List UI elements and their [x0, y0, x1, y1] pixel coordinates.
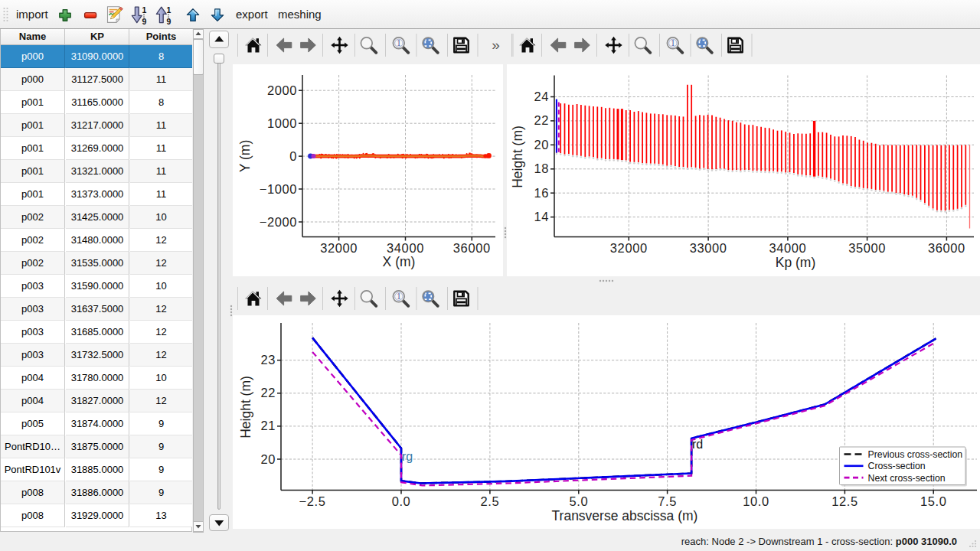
svg-text:rg: rg [402, 450, 413, 463]
svg-text:−1000: −1000 [260, 182, 297, 196]
svg-text:24: 24 [534, 90, 549, 103]
svg-text:18: 18 [534, 161, 549, 175]
svg-text:34000: 34000 [387, 241, 424, 255]
svg-text:1: 1 [397, 292, 401, 301]
svg-text:36000: 36000 [928, 241, 965, 255]
svg-text:20: 20 [534, 138, 549, 152]
svg-text:−2000: −2000 [260, 215, 297, 229]
svg-text:23: 23 [260, 353, 276, 367]
svg-text:20: 20 [260, 452, 276, 466]
svg-text:Height (m): Height (m) [510, 126, 525, 188]
svg-text:16: 16 [534, 186, 549, 200]
svg-text:1: 1 [671, 38, 675, 47]
svg-text:35000: 35000 [848, 241, 886, 255]
svg-text:15.0: 15.0 [920, 494, 947, 508]
svg-text:X (m): X (m) [383, 254, 416, 269]
svg-text:9: 9 [142, 17, 147, 26]
svg-text:−2.5: −2.5 [299, 494, 326, 508]
svg-text:1: 1 [167, 5, 172, 15]
svg-text:Transverse abscissa (m): Transverse abscissa (m) [552, 508, 698, 523]
svg-text:7.5: 7.5 [658, 494, 677, 508]
svg-text:1: 1 [397, 38, 401, 47]
svg-text:36000: 36000 [453, 241, 491, 255]
svg-text:Cross-section: Cross-section [868, 461, 926, 471]
svg-text:10.0: 10.0 [743, 494, 769, 508]
svg-text:32000: 32000 [320, 241, 358, 255]
svg-text:14: 14 [534, 210, 549, 223]
svg-text:2000: 2000 [267, 83, 297, 97]
svg-text:Previous cross-section: Previous cross-section [868, 449, 963, 460]
svg-text:0: 0 [289, 149, 297, 163]
svg-text:32000: 32000 [610, 241, 648, 255]
svg-text:22: 22 [534, 113, 549, 127]
svg-text:1000: 1000 [267, 116, 297, 130]
svg-text:Kp (m): Kp (m) [776, 255, 816, 270]
svg-text:rd: rd [692, 438, 703, 451]
svg-text:33000: 33000 [690, 241, 727, 255]
svg-text:Height (m): Height (m) [238, 376, 253, 439]
svg-text:22: 22 [260, 386, 276, 399]
svg-text:1: 1 [142, 5, 147, 15]
svg-text:0.0: 0.0 [392, 494, 411, 508]
svg-text:12.5: 12.5 [831, 494, 858, 508]
svg-text:5.0: 5.0 [569, 494, 588, 508]
svg-text:9: 9 [167, 17, 172, 26]
svg-text:2.5: 2.5 [481, 494, 500, 508]
svg-text:»: » [492, 37, 500, 53]
svg-text:34000: 34000 [769, 241, 806, 255]
svg-text:Next cross-section: Next cross-section [868, 473, 946, 484]
svg-text:21: 21 [260, 419, 276, 432]
svg-text:Y (m): Y (m) [237, 140, 253, 172]
